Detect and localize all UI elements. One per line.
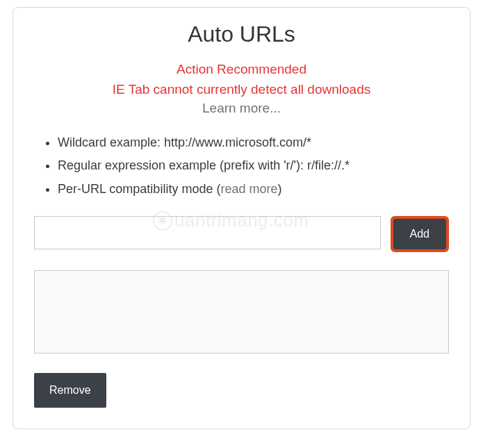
warning-line-2: IE Tab cannot currently detect all downl… [34,80,449,100]
add-button-highlight: Add [391,216,449,252]
example-compat-prefix: Per-URL compatibility mode ( [58,182,220,196]
add-button[interactable]: Add [393,219,446,249]
remove-button[interactable]: Remove [34,373,106,408]
examples-list: Wildcard example: http://www.microsoft.c… [58,131,449,201]
example-wildcard: Wildcard example: http://www.microsoft.c… [58,131,449,154]
warning-line-1: Action Recommended [34,60,449,80]
page-title: Auto URLs [34,22,449,47]
url-list[interactable] [34,270,449,354]
example-compat: Per-URL compatibility mode (read more) [58,178,449,201]
read-more-link[interactable]: read more [220,182,277,196]
add-row: Add [34,216,449,252]
url-input[interactable] [34,216,381,249]
example-regex: Regular expression example (prefix with … [58,154,449,177]
auto-urls-card: Auto URLs Action Recommended IE Tab cann… [13,7,470,429]
warning-block: Action Recommended IE Tab cannot current… [34,60,449,116]
example-compat-suffix: ) [277,182,281,196]
learn-more-link[interactable]: Learn more... [202,101,281,116]
